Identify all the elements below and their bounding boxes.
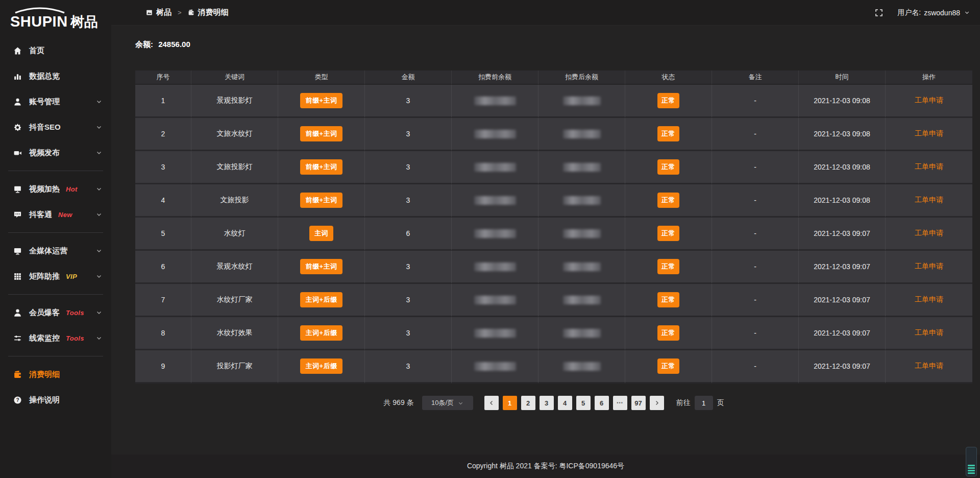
breadcrumb-home[interactable]: 树品 — [156, 8, 172, 17]
fullscreen-icon[interactable] — [875, 9, 883, 17]
page-button-1[interactable]: 1 — [503, 396, 517, 410]
user-menu[interactable]: 用户名: zswodun88 — [897, 8, 970, 17]
widget-stripe — [968, 465, 975, 466]
cell-amount: 3 — [365, 284, 452, 317]
work-order-link[interactable]: 工单申请 — [915, 196, 943, 204]
blurred-value — [474, 130, 516, 138]
work-order-link[interactable]: 工单申请 — [915, 295, 943, 303]
breadcrumb-current[interactable]: 消费明细 — [198, 8, 229, 17]
sidebar-item-all-media-operation[interactable]: 全媒体运营 — [0, 238, 111, 264]
cell-amount: 3 — [365, 85, 452, 118]
cell-balance-after — [538, 251, 625, 284]
svg-text:?: ? — [16, 397, 19, 402]
blurred-value — [563, 229, 601, 238]
next-page-button[interactable] — [650, 396, 664, 410]
cell-no: 7 — [135, 284, 191, 317]
sidebar-item-lead-monitoring[interactable]: 线索监控 Tools — [0, 325, 111, 351]
sidebar-item-home[interactable]: 首页 — [0, 38, 111, 63]
chat-widget[interactable] — [966, 447, 977, 476]
user-icon — [13, 97, 22, 106]
page-size-select[interactable]: 10条/页 — [422, 396, 473, 410]
bar-chart-icon — [13, 71, 22, 81]
cell-remark: - — [712, 350, 799, 384]
work-order-link[interactable]: 工单申请 — [915, 96, 943, 104]
cell-status: 正常 — [625, 151, 712, 184]
status-badge: 正常 — [657, 159, 679, 175]
status-badge: 正常 — [657, 292, 679, 307]
page-button-97[interactable]: 97 — [631, 396, 646, 410]
page-ellipsis-button[interactable]: ••• — [613, 396, 627, 410]
goto-page-input[interactable]: 1 — [695, 396, 713, 410]
cell-keyword: 水纹灯 — [191, 218, 278, 251]
cell-balance-after — [538, 118, 625, 151]
work-order-link[interactable]: 工单申请 — [915, 362, 943, 370]
status-badge: 正常 — [657, 358, 679, 374]
sidebar-item-consumption-details[interactable]: 消费明细 — [0, 362, 111, 387]
cell-status: 正常 — [625, 118, 712, 151]
sidebar-item-video-heating[interactable]: 视频加热 Hot — [0, 176, 111, 202]
sidebar-nav: 首页 数据总览 账号管理 抖音SEO — [0, 34, 111, 413]
page-button-2[interactable]: 2 — [521, 396, 535, 410]
cell-status: 正常 — [625, 184, 712, 218]
cell-balance-before — [452, 151, 538, 184]
page-button-4[interactable]: 4 — [558, 396, 572, 410]
cell-keyword: 景观投影灯 — [191, 85, 278, 118]
cell-amount: 6 — [365, 218, 452, 251]
page-button-3[interactable]: 3 — [540, 396, 554, 410]
cell-status: 正常 — [625, 350, 712, 384]
status-badge: 正常 — [657, 259, 679, 274]
cell-action: 工单申请 — [886, 350, 972, 384]
sidebar-item-instructions[interactable]: ? 操作说明 — [0, 387, 111, 413]
column-header: 扣费后余额 — [538, 70, 625, 85]
work-order-link[interactable]: 工单申请 — [915, 328, 943, 337]
column-header: 类型 — [278, 70, 365, 85]
work-order-link[interactable]: 工单申请 — [915, 162, 943, 171]
blurred-value — [474, 262, 516, 271]
cell-no: 5 — [135, 218, 191, 251]
cell-balance-after — [538, 317, 625, 350]
cell-type: 主词 — [278, 218, 365, 251]
sidebar-item-label: 线索监控 — [29, 333, 60, 343]
cell-balance-after — [538, 85, 625, 118]
type-badge: 前缀+主词 — [300, 159, 342, 175]
page-button-5[interactable]: 5 — [576, 396, 591, 410]
work-order-link[interactable]: 工单申请 — [915, 262, 943, 270]
work-order-link[interactable]: 工单申请 — [915, 129, 943, 137]
cell-remark: - — [712, 118, 799, 151]
cell-type: 主词+后缀 — [278, 284, 365, 317]
sidebar-item-video-publish[interactable]: 视频发布 — [0, 140, 111, 165]
question-icon: ? — [13, 395, 22, 404]
sidebar-item-data-overview[interactable]: 数据总览 — [0, 63, 111, 89]
cell-no: 6 — [135, 251, 191, 284]
home-icon — [13, 46, 22, 55]
column-header: 状态 — [625, 70, 712, 85]
sidebar-item-label: 消费明细 — [29, 370, 60, 379]
cell-amount: 3 — [365, 184, 452, 218]
cell-type: 前缀+主词 — [278, 184, 365, 218]
chevron-left-icon — [488, 400, 495, 406]
cell-action: 工单申请 — [886, 284, 972, 317]
cell-action: 工单申请 — [886, 151, 972, 184]
page-button-6[interactable]: 6 — [595, 396, 609, 410]
sidebar-item-matrix-boost[interactable]: 矩阵助推 VIP — [0, 264, 111, 289]
table-header-row: 序号 关键词 类型 金额 扣费前余额 扣费后余额 状态 备注 时间 操作 — [135, 70, 972, 85]
gear-icon — [13, 123, 22, 132]
type-badge: 前缀+主词 — [300, 93, 342, 108]
chevron-down-icon — [96, 273, 102, 279]
cell-action: 工单申请 — [886, 251, 972, 284]
sidebar-item-douketong[interactable]: 抖客通 New — [0, 202, 111, 227]
site-icon — [146, 9, 153, 16]
column-header: 扣费前余额 — [452, 70, 538, 85]
goto-unit: 页 — [717, 398, 724, 408]
blurred-value — [563, 296, 601, 304]
pagination: 共 969 条 10条/页 1 2 3 4 5 6 ••• 97 前往 1 — [135, 396, 972, 410]
logo-text-cn: 树品 — [70, 14, 98, 30]
sidebar-item-douyin-seo[interactable]: 抖音SEO — [0, 114, 111, 140]
sidebar-item-member-burst[interactable]: 会员爆客 Tools — [0, 300, 111, 325]
prev-page-button[interactable] — [484, 396, 499, 410]
cell-time: 2021-12-03 09:07 — [799, 284, 886, 317]
work-order-link[interactable]: 工单申请 — [915, 229, 943, 237]
table-row: 4 文旅投影 前缀+主词 3 正常 - 2021-12-03 09:08 工单申… — [135, 184, 972, 218]
sidebar-item-account-management[interactable]: 账号管理 — [0, 89, 111, 114]
goto-label: 前往 — [676, 398, 691, 408]
